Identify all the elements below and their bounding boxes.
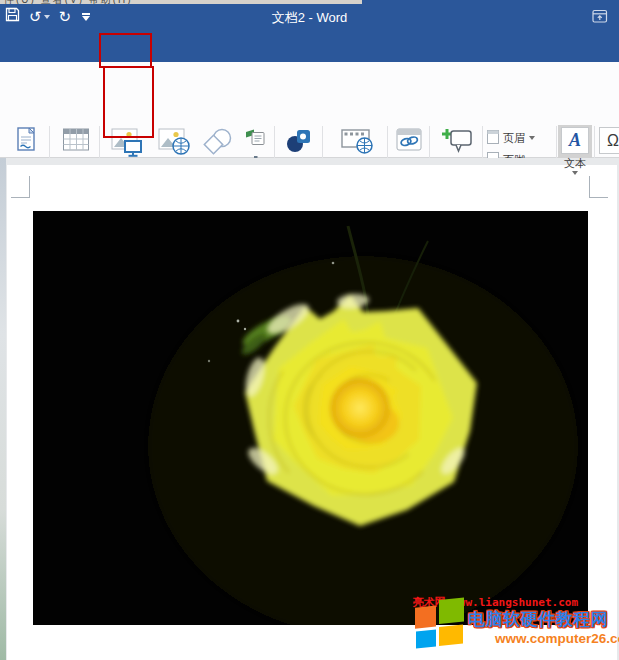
header-label: 页眉 (503, 131, 525, 146)
inserted-rose-photo[interactable]: 亮术网 www.liangshunet.com (33, 211, 588, 625)
titlebar: ↺ ↻ 文档2 - Word (0, 0, 619, 35)
text-label: 文本 (564, 157, 586, 170)
comment-icon (441, 127, 473, 157)
site-url-text: www.computer26.com (495, 631, 619, 646)
window-title: 文档2 - Word (0, 9, 619, 27)
background-window-edge: 件(U) 查看(V) 帮助(H) (0, 0, 362, 4)
logo-square-orange (415, 605, 436, 628)
margin-cropmark-right (589, 176, 608, 198)
rose-image (33, 211, 588, 625)
links-icon (395, 127, 423, 156)
addins-icon (284, 127, 314, 158)
text-dropdown-icon (572, 171, 578, 175)
ribbon-display-options-icon[interactable] (592, 9, 608, 28)
smartart-icon (245, 128, 265, 150)
logo-square-yellow (439, 625, 463, 647)
site-watermark: 电脑软硬件教程网 www.computer26.com (413, 597, 619, 660)
logo-square-green (439, 597, 464, 624)
online-video-icon (340, 127, 374, 158)
site-name-text: 电脑软硬件教程网 (468, 608, 608, 631)
text-button[interactable]: A 文本 (559, 127, 591, 175)
logo-square-blue (416, 629, 436, 648)
document-area: 亮术网 www.liangshunet.com 电脑软硬件教程网 www.com… (0, 158, 619, 660)
ribbon-tab-bar: 文件 开始 插入 设计 布局 引用 邮件 审阅 视图 告诉我... 登录 (0, 35, 619, 62)
site-logo-icon (413, 596, 467, 654)
header-dropdown-icon (529, 136, 535, 140)
header-icon (487, 130, 499, 146)
header-button[interactable]: 页眉 (487, 127, 557, 149)
text-icon: A (561, 127, 589, 154)
background-window-left-edge (0, 158, 6, 660)
shapes-icon (203, 127, 235, 160)
symbol-icon: Ω (599, 127, 619, 154)
margin-cropmark-left (11, 176, 30, 198)
pages-icon (14, 127, 38, 158)
picture-icon (110, 127, 144, 160)
smartart-button[interactable] (240, 128, 270, 150)
word-window: ↺ ↻ 文档2 - Word 件(U) 查看(V) 帮助(H) 文件 开始 插入… (0, 0, 619, 660)
ribbon: 页面 表格 图片 联机图片 形状 (0, 62, 619, 158)
background-menu-fragment: 件(U) 查看(V) 帮助(H) (4, 0, 133, 4)
online-pictures-icon (157, 127, 191, 160)
table-icon (62, 127, 90, 156)
